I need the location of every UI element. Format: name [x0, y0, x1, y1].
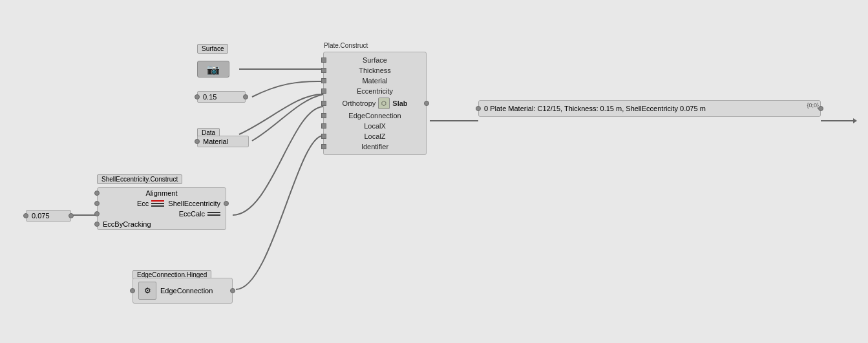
edge-icon-box: ⚙	[138, 282, 156, 300]
eccentricity-value-node[interactable]: 0.075	[26, 210, 71, 222]
plate-output-port	[424, 101, 429, 106]
shell-output-port	[224, 201, 229, 206]
material-label: Material	[203, 138, 228, 145]
shell-eccentricity-node: Alignment Ecc ShellEccentricity EccCalc	[97, 187, 226, 230]
plate-row-localx: LocalX	[324, 121, 426, 131]
ecc-stripe-icon	[151, 200, 164, 207]
plate-row-edgeconnection: EdgeConnection	[324, 110, 426, 121]
output-node: {0;0} 0 Plate Material: C12/15, Thicknes…	[478, 100, 821, 117]
shell-title-text: ShellEccentricity.Construct	[97, 174, 182, 184]
edge-connection-node: ⚙ EdgeConnection	[132, 278, 233, 304]
shell-row-alignment: Alignment	[98, 188, 226, 198]
edge-output-port	[230, 288, 235, 293]
ecccalc-stripe-icon	[207, 212, 220, 216]
orthotropy-icon: ⬡	[378, 98, 390, 109]
shell-row-ecccalc: EccCalc	[98, 209, 226, 219]
plate-row-thickness: Thickness	[324, 65, 426, 76]
plate-row-identifier: Identifier	[324, 141, 426, 152]
output-text: 0 Plate Material: C12/15, Thickness: 0.1…	[484, 105, 706, 112]
edge-connection-label: EdgeConnection	[160, 287, 213, 295]
material-input-node[interactable]: Material	[197, 136, 249, 147]
output-badge: {0;0}	[807, 102, 819, 109]
surface-label: Surface	[197, 44, 228, 54]
plate-construct-node: Plate.Construct Surface Thickness Materi…	[323, 52, 427, 155]
eccentricity-value: 0.075	[32, 212, 50, 220]
output-input-port	[476, 106, 481, 111]
hinge-icon: ⚙	[144, 286, 151, 295]
plate-row-material: Material	[324, 76, 426, 86]
shell-eccentricity-title-label: ShellEccentricity.Construct	[97, 174, 182, 184]
camera-icon: 📷	[207, 63, 220, 76]
plate-row-eccentricity: Eccentricity	[324, 86, 426, 96]
plate-construct-title: Plate.Construct	[324, 42, 368, 49]
thickness-value: 0.15	[203, 93, 217, 101]
shell-row-eccbycracking: EccByCracking	[98, 219, 226, 229]
thickness-input-node[interactable]: 0.15	[197, 91, 246, 103]
shell-row-ecc: Ecc ShellEccentricity	[98, 198, 226, 209]
output-output-port	[818, 106, 823, 111]
plate-row-orthotropy: Orthotropy ⬡ Slab	[324, 96, 426, 110]
svg-marker-0	[853, 118, 857, 123]
surface-label-node: Surface	[197, 44, 228, 54]
plate-row-localz: LocalZ	[324, 131, 426, 141]
surface-input-node[interactable]: 📷	[197, 61, 229, 78]
plate-row-surface: Surface	[324, 55, 426, 65]
edge-input-port	[130, 288, 135, 293]
